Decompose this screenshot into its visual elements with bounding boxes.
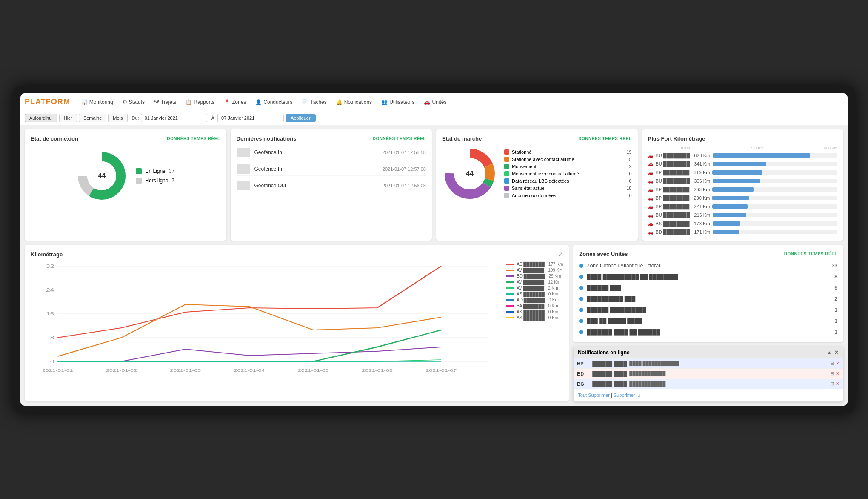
nav-icon-4: 📍 [224,99,230,105]
pkm-bar-6 [712,204,747,209]
popup-item-edit-0[interactable]: ⊞ [830,361,834,366]
connection-header: Etat de connexion DONNÉES TEMPS RÉEL [31,135,220,142]
pkm-bar-bg-5 [712,196,837,200]
nav-item-zones[interactable]: 📍Zones [220,97,250,108]
zone-dot-3 [579,297,583,301]
pkm-val-7: 216 Km [692,212,710,218]
nav-item-rapports[interactable]: 📋Rapports [181,97,219,108]
scroll-icon[interactable]: ⤢ [558,251,563,258]
marche-dot-4 [504,178,509,184]
popup-item-edit-1[interactable]: ⊞ [830,371,834,376]
km-series-km-1: 109 Km [548,268,562,272]
svg-text:24: 24 [46,287,54,293]
online-dot [136,168,142,174]
nav-item-monitoring[interactable]: 📊Monitoring [77,97,117,108]
notif-time-2: 2021-01-07 12:56:08 [383,183,426,188]
km-series-name-6: AD ███████ [517,298,545,302]
zone-dot-5 [579,319,583,323]
to-date-input[interactable] [217,114,284,122]
notif-popup-item-0: BP ██████ ████ ████ ████████████ ⊞ ✕ [574,358,843,369]
pkm-bar-bg-4 [712,187,837,192]
pkm-icon-5: 🚗 [648,196,653,201]
pkm-bar-7 [713,213,746,217]
notif-popup-minimize[interactable]: ▲ [827,350,832,356]
popup-item-edit-2[interactable]: ⊞ [830,381,834,387]
zones-title: Zones avec Unités [579,251,628,257]
pkm-item-3: 🚗 BU ████████ 306 Km [648,178,838,184]
popup-item-text-2: ████████████ [629,381,828,386]
connection-title: Etat de connexion [31,135,78,142]
pkm-scale: 0 Km400 Km800 Km [681,146,838,150]
notif-item-0: Geofence In 2021-01-07 12:58:58 [237,146,426,159]
pkm-bar-9 [713,230,739,234]
svg-text:2021-01-07: 2021-01-07 [425,368,457,373]
marche-label-4: Data réseau LBS détectées [512,178,569,184]
notif-item-2: Geofence Out 2021-01-07 12:56:08 [237,179,426,192]
offline-dot [136,178,142,184]
km-chart-svg-area: 32 24 16 8 0 2021-01-01 2021-01-02 2021-… [31,262,502,382]
km-series-name-0: AS ███████ [517,262,545,267]
marche-dot-2 [504,164,509,169]
btn-semaine[interactable]: Semaine [79,114,106,122]
pkm-item-8: 🚗 AS ████████ 178 Km [648,221,838,226]
notif-popup-delete-read[interactable]: Supprimer lu [614,393,640,398]
pkm-name-2: BP ████████ [656,170,690,175]
nav-item-utilisateurs[interactable]: 👥Utilisateurs [377,97,419,108]
legend-item-online: En Ligne 37 [136,168,174,174]
km-series-name-1: AV ███████ [517,268,544,272]
nav-item-t-ches[interactable]: 📄Tâches [297,97,331,108]
btn-aujourd-hui[interactable]: Aujourd'hui [25,114,57,122]
offline-value: 7 [171,178,174,184]
nav-icon-2: 🗺 [154,99,159,105]
btn-mois[interactable]: Mois [108,114,127,122]
zone-name-0: Zone Cotonou Atlantique Littoral [587,263,828,269]
km-series-km-2: 29 Km [548,274,561,278]
pkm-name-9: BD ████████ [656,229,690,235]
pkm-name-6: BP ████████ [656,204,690,209]
pkm-scale-2: 800 Km [824,146,837,150]
device-frame: PLATFORM 📊Monitoring⚙Statuts🗺Trajets📋Rap… [13,86,855,413]
connection-chart-area: 44 En Ligne 37 Hors ligne 7 [31,146,220,206]
nav-item-trajets[interactable]: 🗺Trajets [150,97,180,108]
km-series-8: AK ███████ 0 Km [506,310,563,314]
nav-label-0: Monitoring [89,99,113,105]
connection-realtime: DONNÉES TEMPS RÉEL [167,136,220,141]
nav-item-statuts[interactable]: ⚙Statuts [118,97,149,108]
popup-item-name-0: ██████ ████ [592,361,627,366]
pkm-bar-5 [712,196,748,200]
zone-count-4: 1 [834,307,837,313]
km-legend: AS ███████ 177 Km AV ███████ 109 Km BD █… [506,262,563,382]
marche-item-3: Mouvement avec contact allumé 0 [504,171,632,176]
zone-count-1: 8 [834,274,837,280]
popup-item-del-2[interactable]: ✕ [836,381,839,387]
notif-name-1: Geofence In [254,166,378,172]
pkm-icon-6: 🚗 [648,204,653,209]
apply-button[interactable]: Appliquer [286,114,315,122]
popup-item-del-0[interactable]: ✕ [836,361,839,366]
plus-fort-title: Plus Fort Kilométrage [648,135,705,142]
btn-hier[interactable]: Hier [59,114,77,122]
notif-popup-close[interactable]: ✕ [834,350,839,356]
km-series-3: AV ███████ 12 Km [506,280,563,284]
pkm-bar-2 [712,170,762,175]
nav-label-7: Notifications [344,99,372,105]
notif-popup-footer: Tout Supprimer | Supprimer lu [574,389,843,401]
popup-item-del-1[interactable]: ✕ [836,371,839,376]
km-line-6 [506,299,514,301]
pkm-item-9: 🚗 BD ████████ 171 Km [648,229,838,235]
nav-item-unit-s[interactable]: 🚗Unités [420,97,451,108]
zone-item-0: Zone Cotonou Atlantique Littoral 33 [579,261,837,270]
nav-item-conducteurs[interactable]: 👤Conducteurs [251,97,297,108]
km-series-1: AV ███████ 109 Km [506,268,563,272]
nav-icon-5: 👤 [255,99,262,105]
from-date-input[interactable] [141,114,207,122]
notif-time-1: 2021-01-07 12:57:08 [383,166,426,172]
notif-popup-header-actions: ▲ ✕ [827,350,839,356]
du-label: Du: [132,115,139,120]
marche-val-1: 5 [625,157,632,162]
marche-item-2: Mouvement 2 [504,164,632,169]
nav-item-notifications[interactable]: 🔔Notifications [332,97,376,108]
notif-popup-delete-all[interactable]: Tout Supprimer [578,393,610,398]
zone-dot-6 [579,330,583,334]
nav-label-6: Tâches [310,99,326,105]
